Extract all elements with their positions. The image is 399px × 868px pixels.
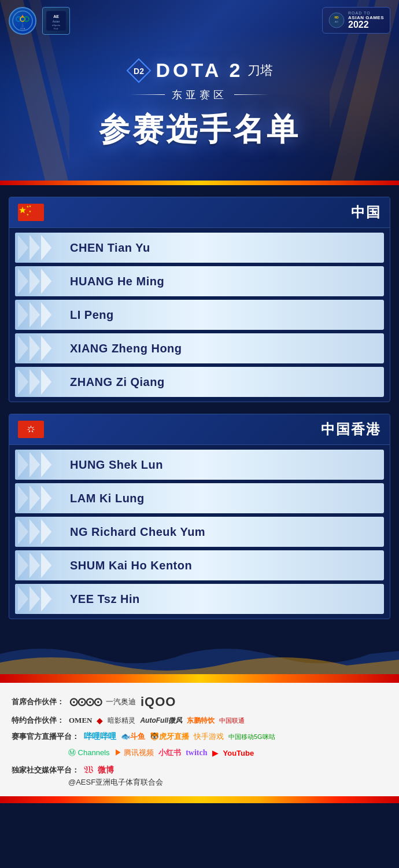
special-partner-row: 特约合作伙伴： OMEN ◆ 暗影精灵 AutoFull微风 东鹏特饮 中国联通 (12, 715, 387, 726)
social-label: 独家社交媒体平台： (12, 765, 79, 775)
chevron-arrow-1 (18, 452, 28, 477)
chevron-arrow-2 (29, 519, 40, 545)
dark-spirit-logo: 暗影精灵 (108, 716, 135, 726)
svg-rect-28 (0, 674, 399, 683)
svg-rect-19 (18, 204, 44, 221)
kuaishou-logo: 快手游戏 (194, 731, 224, 742)
china-country-name: 中国 (351, 203, 381, 222)
chevron-arrow-1 (18, 486, 28, 511)
douyu-logo: 🐟斗鱼 (121, 731, 145, 742)
table-row: LI Peng (15, 300, 384, 330)
player-chevron-decor (15, 483, 61, 513)
chevron-arrow-3 (41, 586, 51, 612)
subtitle-line-left (130, 94, 165, 95)
chevron-arrow-1 (18, 519, 28, 545)
svg-text:RD: RD (334, 16, 339, 19)
player-chevron-decor (15, 517, 61, 547)
iqoo-logo: iQOO (141, 694, 176, 709)
twitch-logo: twitch (186, 748, 207, 757)
weibo-icon: 𝔚 (84, 764, 93, 776)
chevron-arrow-1 (18, 369, 28, 395)
chevron-arrow-3 (41, 486, 51, 511)
table-row: YEE Tsz Hin (15, 584, 384, 614)
chevron-arrow-3 (41, 269, 51, 294)
dota-icon: D2 (126, 58, 152, 83)
chevron-arrow-3 (41, 519, 51, 545)
hk-section: 中国香港 HUNG Shek Lun (9, 414, 390, 619)
autofull-logo: AutoFull微风 (140, 716, 182, 726)
svg-point-27 (29, 428, 33, 431)
broadcast-logos-1: 哔哩哔哩 🐟斗鱼 🐯虎牙直播 快手游戏 中国移动5G咪咕 (84, 731, 275, 742)
yiqi-audi-label: 一汽奥迪 (106, 697, 136, 707)
chevron-arrow-2 (29, 553, 40, 578)
hk-header: 中国香港 (9, 414, 390, 445)
chevron-arrow-3 (41, 302, 51, 328)
chevron-arrow-1 (18, 586, 28, 612)
chevron-arrow-3 (41, 336, 51, 361)
chevron-arrow-2 (29, 302, 40, 328)
special-logos: OMEN ◆ 暗影精灵 AutoFull微风 东鹏特饮 中国联通 (69, 716, 245, 726)
svg-text:eSports: eSports (52, 24, 60, 27)
broadcast-row-1: 赛事官方直播平台： 哔哩哔哩 🐟斗鱼 🐯虎牙直播 快手游戏 中国移动5G咪咕 (12, 731, 387, 742)
table-row: HUANG He Ming (15, 266, 384, 296)
svg-text:AE: AE (53, 14, 59, 19)
table-row: XIANG Zheng Hong (15, 333, 384, 363)
chinaunicom-logo: 中国联通 (219, 716, 245, 725)
player-chevron-decor (15, 450, 61, 480)
dota-title: DOTA 2 (156, 59, 243, 82)
header-section: OCA AE Asian eSports Fed. RD AG ROAD TO (0, 0, 399, 185)
youtube-logo: YouTube (223, 749, 254, 757)
header-bottom-stripe (0, 181, 399, 185)
broadcast-logos-2: Ⓜ Channels ▶ 腾讯视频 小红书 twitch ▶ YouTube (68, 748, 254, 758)
player-chevron-decor (15, 367, 61, 397)
social-handle-row: @AESF亚洲电子体育联合会 (12, 777, 387, 788)
china-header: 中国 (9, 197, 390, 228)
main-content: 中国 CHEN Tian Yu (0, 185, 399, 642)
chevron-arrow-2 (29, 336, 40, 361)
svg-text:Asian: Asian (53, 20, 60, 23)
youtube-icon: ▶ (212, 748, 219, 757)
player-name: XIANG Zheng Hong (61, 342, 182, 355)
table-row: SHUM Kai Ho Kenton (15, 550, 384, 580)
player-chevron-decor (15, 300, 61, 330)
special-label: 特约合作伙伴： (12, 715, 64, 726)
channels-logo: Ⓜ Channels (68, 748, 110, 758)
player-name: SHUM Kai Ho Kenton (61, 559, 192, 572)
main-title-text: 参赛选手名单 (99, 109, 300, 151)
broadcast-label: 赛事官方直播平台： (12, 731, 79, 742)
player-name: YEE Tsz Hin (61, 593, 140, 606)
weibo-logo: 微博 (98, 765, 114, 775)
chevron-arrow-3 (41, 553, 51, 578)
omen-logo: OMEN (69, 716, 92, 725)
table-row: LAM Ki Lung (15, 483, 384, 513)
player-chevron-decor (15, 333, 61, 363)
social-logos: 𝔚 微博 (84, 764, 114, 776)
player-name: HUNG Shek Lun (61, 458, 163, 472)
subtitle-row: 东亚赛区 (99, 88, 300, 102)
player-chevron-decor (15, 584, 61, 614)
premier-label: 首席合作伙伴： (12, 697, 64, 707)
chevron-arrow-1 (18, 336, 28, 361)
chevron-arrow-2 (29, 586, 40, 612)
dongpeng-logo: 东鹏特饮 (187, 716, 215, 726)
chevron-arrow-3 (41, 235, 51, 260)
table-row: ZHANG Zi Qiang (15, 367, 384, 397)
chevron-arrow-2 (29, 486, 40, 511)
player-name: LAM Ki Lung (61, 492, 145, 505)
yingyang-icon: ◆ (97, 716, 103, 725)
aesf-logo: AE Asian eSports Fed. (42, 7, 70, 35)
chevron-arrow-1 (18, 235, 28, 260)
dota-chinese-title: 刀塔 (247, 62, 273, 79)
broadcast-row-2: Ⓜ Channels ▶ 腾讯视频 小红书 twitch ▶ YouTube (12, 748, 387, 758)
aesf-handle: @AESF亚洲电子体育联合会 (68, 777, 163, 788)
player-name: CHEN Tian Yu (61, 241, 150, 255)
player-chevron-decor (15, 550, 61, 580)
svg-text:Fed.: Fed. (54, 27, 58, 30)
player-name: LI Peng (61, 308, 114, 322)
rtag-road-text: ROAD TO (348, 11, 384, 15)
premier-partner-row: 首席合作伙伴： ⊙⊙⊙⊙ 一汽奥迪 iQOO (12, 694, 387, 709)
subtitle-label: 东亚赛区 (172, 88, 227, 102)
tencent-logo: ▶ 腾讯视频 (114, 748, 154, 758)
chevron-arrow-1 (18, 269, 28, 294)
player-name: NG Richard Cheuk Yum (61, 525, 205, 539)
